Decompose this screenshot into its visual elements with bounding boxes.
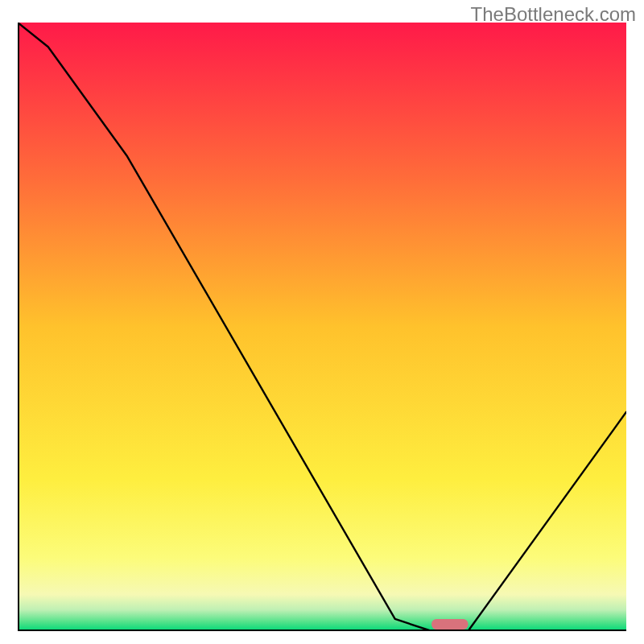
plot-svg bbox=[18, 23, 626, 631]
bottleneck-chart: TheBottleneck.com bbox=[0, 0, 644, 644]
plot-area bbox=[18, 23, 626, 631]
optimal-marker bbox=[431, 619, 468, 630]
